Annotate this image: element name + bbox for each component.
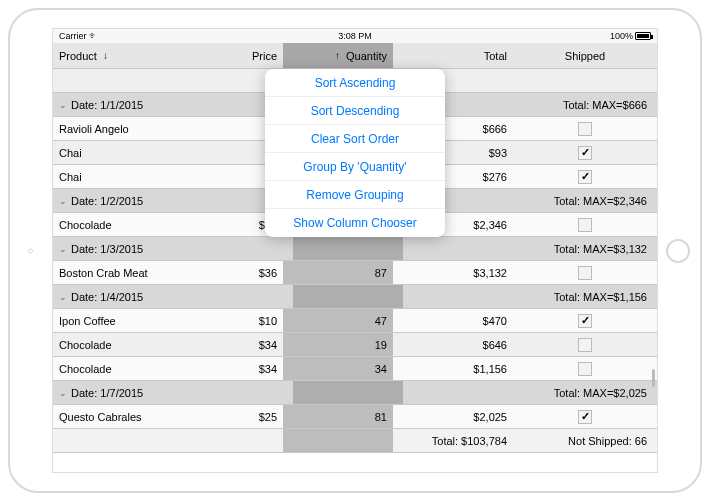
scrollbar-thumb[interactable] <box>652 369 655 387</box>
shipped-checkbox[interactable] <box>578 218 592 232</box>
col-header-quantity[interactable]: ↑Quantity <box>283 43 393 68</box>
group-row[interactable]: ⌄Date: 1/3/2015Total: MAX=$3,132 <box>53 237 657 261</box>
cell-price: $10 <box>193 309 283 332</box>
cell-shipped: ✓ <box>513 309 657 332</box>
carrier-label: Carrier ᯤ <box>59 31 98 41</box>
cell-price: $34 <box>193 357 283 380</box>
cell-shipped <box>513 213 657 236</box>
cell-product: Questo Cabrales <box>53 405 193 428</box>
status-bar: Carrier ᯤ 3:08 PM 100% <box>53 29 657 43</box>
cell-shipped: ✓ <box>513 165 657 188</box>
table-row[interactable]: Chocolade$3434$1,156 <box>53 357 657 381</box>
col-header-price[interactable]: Price <box>193 43 283 68</box>
battery-label: 100% <box>610 31 633 41</box>
cell-product: Chai <box>53 165 193 188</box>
menu-remove-grouping[interactable]: Remove Grouping <box>265 181 445 209</box>
shipped-checkbox[interactable] <box>578 122 592 136</box>
table-row[interactable]: Questo Cabrales$2581$2,025✓ <box>53 405 657 429</box>
group-row[interactable]: ⌄Date: 1/7/2015Total: MAX=$2,025 <box>53 381 657 405</box>
cell-product: Chai <box>53 141 193 164</box>
cell-shipped <box>513 117 657 140</box>
home-button[interactable] <box>666 239 690 263</box>
cell-quantity: 34 <box>283 357 393 380</box>
cell-quantity: 81 <box>283 405 393 428</box>
menu-sort-descending[interactable]: Sort Descending <box>265 97 445 125</box>
cell-product: Boston Crab Meat <box>53 261 193 284</box>
shipped-checkbox[interactable] <box>578 338 592 352</box>
footer-row: Total: $103,784 Not Shipped: 66 <box>53 429 657 453</box>
menu-sort-ascending[interactable]: Sort Ascending <box>265 69 445 97</box>
group-row[interactable]: ⌄Date: 1/4/2015Total: MAX=$1,156 <box>53 285 657 309</box>
cell-shipped: ✓ <box>513 405 657 428</box>
table-row[interactable]: Ipon Coffee$1047$470✓ <box>53 309 657 333</box>
sort-desc-icon: ↓ <box>103 50 108 61</box>
footer-total: Total: $103,784 <box>393 429 513 452</box>
battery-icon <box>635 32 651 40</box>
group-summary: Total: MAX=$2,346 <box>548 189 657 212</box>
cell-quantity: 19 <box>283 333 393 356</box>
chevron-down-icon: ⌄ <box>59 388 67 398</box>
group-date: Date: 1/7/2015 <box>71 387 143 399</box>
menu-group-by-quantity[interactable]: Group By 'Quantity' <box>265 153 445 181</box>
cell-shipped <box>513 357 657 380</box>
chevron-down-icon: ⌄ <box>59 244 67 254</box>
cell-quantity: 47 <box>283 309 393 332</box>
battery-indicator: 100% <box>610 31 651 41</box>
cell-quantity: 87 <box>283 261 393 284</box>
cell-product: Ipon Coffee <box>53 309 193 332</box>
group-summary: Total: MAX=$3,132 <box>548 237 657 260</box>
table-row[interactable]: Chocolade$3419$646 <box>53 333 657 357</box>
screen: Carrier ᯤ 3:08 PM 100% Product↓ Price ↑Q… <box>52 28 658 473</box>
cell-product: Chocolade <box>53 357 193 380</box>
group-date: Date: 1/3/2015 <box>71 243 143 255</box>
group-date: Date: 1/2/2015 <box>71 195 143 207</box>
shipped-checkbox[interactable]: ✓ <box>578 314 592 328</box>
footer-not-shipped: Not Shipped: 66 <box>513 429 657 452</box>
chevron-down-icon: ⌄ <box>59 292 67 302</box>
column-context-menu: Sort Ascending Sort Descending Clear Sor… <box>265 69 445 237</box>
group-summary: Total: MAX=$666 <box>557 93 657 116</box>
tablet-frame: Carrier ᯤ 3:08 PM 100% Product↓ Price ↑Q… <box>8 8 702 493</box>
group-summary: Total: MAX=$1,156 <box>548 285 657 308</box>
menu-clear-sort[interactable]: Clear Sort Order <box>265 125 445 153</box>
header-row: Product↓ Price ↑Quantity Total Shipped <box>53 43 657 69</box>
cell-price: $36 <box>193 261 283 284</box>
cell-price: $34 <box>193 333 283 356</box>
cell-shipped: ✓ <box>513 141 657 164</box>
col-header-shipped[interactable]: Shipped <box>513 43 657 68</box>
cell-shipped <box>513 261 657 284</box>
camera-dot <box>28 248 33 253</box>
cell-product: Ravioli Angelo <box>53 117 193 140</box>
sort-asc-icon: ↑ <box>335 50 340 61</box>
clock: 3:08 PM <box>338 31 372 41</box>
group-date: Date: 1/1/2015 <box>71 99 143 111</box>
shipped-checkbox[interactable]: ✓ <box>578 170 592 184</box>
cell-total: $2,025 <box>393 405 513 428</box>
col-header-total[interactable]: Total <box>393 43 513 68</box>
menu-column-chooser[interactable]: Show Column Chooser <box>265 209 445 237</box>
cell-total: $1,156 <box>393 357 513 380</box>
cell-total: $470 <box>393 309 513 332</box>
cell-shipped <box>513 333 657 356</box>
wifi-icon: ᯤ <box>89 31 98 41</box>
shipped-checkbox[interactable] <box>578 362 592 376</box>
shipped-checkbox[interactable] <box>578 266 592 280</box>
cell-product: Chocolade <box>53 213 193 236</box>
table-row[interactable]: Boston Crab Meat$3687$3,132 <box>53 261 657 285</box>
group-date: Date: 1/4/2015 <box>71 291 143 303</box>
group-summary: Total: MAX=$2,025 <box>548 381 657 404</box>
shipped-checkbox[interactable]: ✓ <box>578 410 592 424</box>
col-header-product[interactable]: Product↓ <box>53 43 193 68</box>
cell-price: $25 <box>193 405 283 428</box>
cell-total: $646 <box>393 333 513 356</box>
chevron-down-icon: ⌄ <box>59 100 67 110</box>
chevron-down-icon: ⌄ <box>59 196 67 206</box>
shipped-checkbox[interactable]: ✓ <box>578 146 592 160</box>
cell-product: Chocolade <box>53 333 193 356</box>
cell-total: $3,132 <box>393 261 513 284</box>
